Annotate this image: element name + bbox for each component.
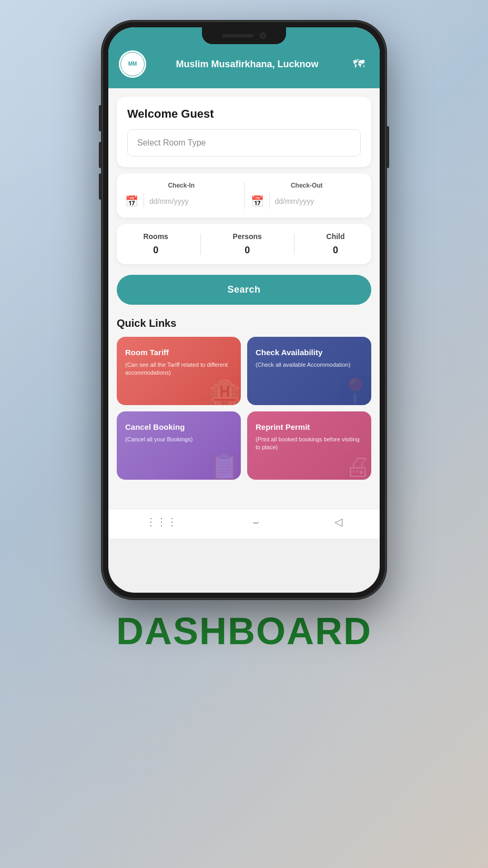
room-type-select[interactable]: Select Room Type xyxy=(127,129,361,157)
counter-sep-2 xyxy=(294,234,294,255)
rooms-label: Rooms xyxy=(143,232,168,241)
room-tariff-desc: (Can see all the Tariff related to diffe… xyxy=(125,361,232,377)
persons-counter[interactable]: Persons 0 xyxy=(233,232,262,256)
welcome-card: Welcome Guest Select Room Type xyxy=(117,97,371,167)
counters-card: Rooms 0 Persons 0 Child 0 xyxy=(117,224,371,264)
search-button[interactable]: Search xyxy=(117,275,371,305)
check-avail-desc: (Check all available Accommodation) xyxy=(256,361,363,369)
phone-screen: MM Muslim Musafirkhana, Lucknow 🗺 Welcom… xyxy=(108,27,380,593)
nav-item-menu[interactable]: ⋮⋮⋮ xyxy=(146,515,177,528)
checkout-divider xyxy=(269,193,270,209)
nav-item-back[interactable]: ◁ xyxy=(334,515,342,528)
reprint-permit-desc: (Print all booked bookings before visiti… xyxy=(256,436,363,452)
page-label: DASHBOARD xyxy=(116,609,372,653)
notch-camera xyxy=(260,33,266,39)
bottom-nav: ⋮⋮⋮ ⌣ ◁ xyxy=(108,509,380,539)
date-card: Check-In 📅 dd/mm/yyyy Check-Out 📅 xyxy=(117,173,371,218)
map-icon[interactable]: 🗺 xyxy=(348,54,369,75)
nav-menu-icon: ⋮⋮⋮ xyxy=(146,515,177,528)
cancel-booking-desc: (Cancel all your Bookings) xyxy=(125,436,232,443)
room-tariff-title: Room Tariff xyxy=(125,347,232,358)
child-label: Child xyxy=(327,232,345,241)
phone-wrapper: MM Muslim Musafirkhana, Lucknow 🗺 Welcom… xyxy=(102,21,386,599)
nav-item-home[interactable]: ⌣ xyxy=(252,516,259,528)
child-value: 0 xyxy=(333,245,338,256)
counter-sep-1 xyxy=(200,234,201,255)
checkin-label: Check-In xyxy=(125,182,238,189)
cancel-booking-title: Cancel Booking xyxy=(125,422,232,432)
checkout-calendar-icon: 📅 xyxy=(251,195,264,208)
welcome-title: Welcome Guest xyxy=(127,107,361,121)
child-counter[interactable]: Child 0 xyxy=(327,232,345,256)
nav-back-icon: ◁ xyxy=(334,515,342,528)
app-content: MM Muslim Musafirkhana, Lucknow 🗺 Welcom… xyxy=(108,27,380,593)
reprint-permit-title: Reprint Permit xyxy=(256,422,363,432)
logo-text: MM xyxy=(128,61,137,67)
check-avail-title: Check Availability xyxy=(256,347,363,358)
quick-card-check-availability[interactable]: Check Availability (Check all available … xyxy=(247,337,371,405)
checkin-value: dd/mm/yyyy xyxy=(149,197,238,205)
checkout-field[interactable]: Check-Out 📅 dd/mm/yyyy xyxy=(251,182,363,209)
quick-links-title: Quick Links xyxy=(117,317,371,329)
app-logo: MM xyxy=(119,50,146,78)
checkout-value: dd/mm/yyyy xyxy=(275,197,363,205)
phone-notch xyxy=(202,27,286,44)
logo-inner: MM xyxy=(120,52,145,76)
checkin-input-row: 📅 dd/mm/yyyy xyxy=(125,193,238,209)
quick-card-cancel-booking[interactable]: Cancel Booking (Cancel all your Bookings… xyxy=(117,411,241,480)
checkout-label: Check-Out xyxy=(251,182,363,189)
rooms-value: 0 xyxy=(153,245,158,256)
rooms-counter[interactable]: Rooms 0 xyxy=(143,232,168,256)
phone-frame: MM Muslim Musafirkhana, Lucknow 🗺 Welcom… xyxy=(102,21,386,599)
checkin-divider xyxy=(144,193,144,209)
persons-value: 0 xyxy=(245,245,250,256)
date-fields-separator xyxy=(244,182,245,209)
quick-card-room-tariff[interactable]: Room Tariff (Can see all the Tariff rela… xyxy=(117,337,241,405)
persons-label: Persons xyxy=(233,232,262,241)
quick-card-reprint-permit[interactable]: Reprint Permit (Print all booked booking… xyxy=(247,411,371,480)
checkout-input-row: 📅 dd/mm/yyyy xyxy=(251,193,363,209)
notch-speaker xyxy=(222,34,253,37)
checkin-field[interactable]: Check-In 📅 dd/mm/yyyy xyxy=(125,182,238,209)
app-body: Welcome Guest Select Room Type Check-In … xyxy=(108,88,380,509)
room-type-placeholder: Select Room Type xyxy=(137,138,206,148)
check-avail-illus: 📍 xyxy=(334,368,371,405)
checkin-calendar-icon: 📅 xyxy=(125,195,138,208)
header-title: Muslim Musafirkhana, Lucknow xyxy=(146,59,348,70)
quick-links-grid: Room Tariff (Can see all the Tariff rela… xyxy=(117,337,371,480)
cancel-booking-illus: 📋 xyxy=(204,443,241,480)
nav-home-icon: ⌣ xyxy=(252,516,259,528)
